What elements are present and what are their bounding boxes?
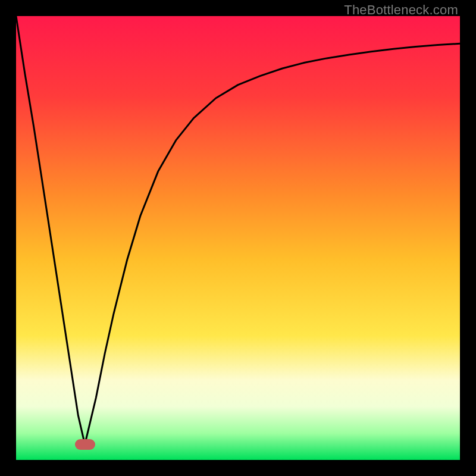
optimal-marker bbox=[75, 439, 95, 450]
bottleneck-curve bbox=[16, 16, 460, 460]
chart-frame: TheBottleneck.com bbox=[0, 0, 476, 476]
curve-left-branch bbox=[16, 16, 85, 444]
curve-right-branch bbox=[85, 43, 460, 444]
watermark-text: TheBottleneck.com bbox=[344, 2, 458, 18]
